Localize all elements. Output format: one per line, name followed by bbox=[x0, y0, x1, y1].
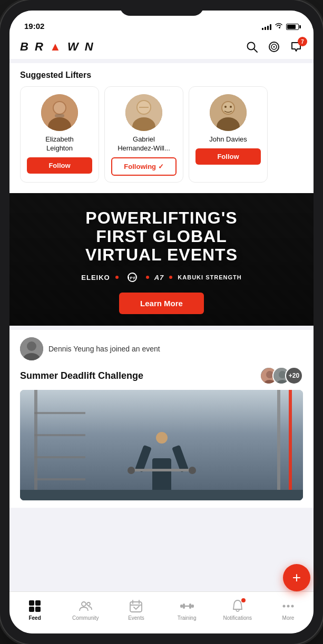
following-button-gabriel[interactable]: Following ✓ bbox=[111, 157, 177, 176]
lifter-name-gabriel: GabrielHernandez-Will... bbox=[118, 135, 170, 153]
notch bbox=[120, 0, 204, 16]
status-time: 19:02 bbox=[24, 22, 44, 31]
brand-logo: B R ▲ W N bbox=[20, 40, 95, 54]
app-content: B R ▲ W N bbox=[9, 34, 314, 591]
rack-bar-3 bbox=[34, 456, 85, 458]
svg-point-24 bbox=[27, 341, 36, 351]
tab-events[interactable]: Events bbox=[111, 599, 161, 621]
svg-rect-35 bbox=[35, 607, 41, 612]
feed-event-row: Summer Deadlift Challenge bbox=[20, 367, 303, 385]
lifter-card-john[interactable]: John Davies Follow bbox=[189, 86, 268, 183]
banner-sponsors: ELEIKO IPF A7 KABUKI STRENGTH bbox=[20, 273, 303, 282]
tab-notifications-label: Notifications bbox=[223, 615, 252, 621]
messages-button[interactable]: 7 bbox=[289, 40, 303, 54]
svg-rect-34 bbox=[29, 607, 34, 612]
rack-right bbox=[277, 390, 280, 500]
tab-bar: Feed Community bbox=[9, 591, 314, 633]
notifications-icon bbox=[231, 599, 244, 613]
rack-bar-2 bbox=[34, 434, 85, 436]
svg-rect-38 bbox=[130, 602, 142, 612]
sponsor-dot-1 bbox=[115, 276, 119, 279]
avatar-dennis bbox=[20, 337, 43, 360]
svg-rect-46 bbox=[189, 603, 191, 609]
banner-content: POWERLIFTING'S FIRST GLOBAL VIRTUAL EVEN… bbox=[20, 209, 303, 315]
svg-point-48 bbox=[287, 605, 289, 608]
feed-activity-text: Dennis Yeung has joined an event bbox=[48, 345, 160, 353]
svg-rect-43 bbox=[180, 605, 183, 608]
signal-icon bbox=[262, 24, 271, 30]
rack-bar-1 bbox=[34, 412, 85, 414]
svg-rect-9 bbox=[55, 114, 64, 117]
tab-feed-label: Feed bbox=[28, 615, 41, 621]
avatar-gabriel bbox=[125, 94, 162, 131]
feed-item: Dennis Yeung has joined an event Summer … bbox=[9, 330, 314, 508]
svg-point-36 bbox=[82, 602, 86, 606]
tab-feed[interactable]: Feed bbox=[9, 599, 60, 621]
svg-point-37 bbox=[87, 602, 90, 606]
banner-title: POWERLIFTING'S FIRST GLOBAL VIRTUAL EVEN… bbox=[20, 209, 303, 265]
tab-community-label: Community bbox=[72, 615, 99, 621]
svg-rect-45 bbox=[183, 603, 185, 609]
gym-floor bbox=[20, 490, 303, 500]
sponsor-eleiko: ELEIKO bbox=[81, 274, 110, 281]
sponsor-dot-2 bbox=[146, 276, 149, 279]
lifter-name-elizabeth: ElizabethLeighton bbox=[45, 135, 73, 153]
more-icon bbox=[281, 599, 295, 613]
svg-rect-44 bbox=[191, 605, 194, 608]
phone-screen: 19:02 bbox=[9, 11, 314, 633]
svg-rect-32 bbox=[29, 600, 34, 606]
svg-point-47 bbox=[282, 605, 285, 608]
suggested-lifters-section: Suggested Lifters bbox=[9, 63, 314, 193]
notification-dot bbox=[241, 598, 246, 602]
follow-button-john[interactable]: Follow bbox=[195, 148, 261, 165]
svg-line-1 bbox=[254, 49, 257, 52]
community-icon bbox=[79, 599, 92, 613]
app-header: B R ▲ W N bbox=[9, 34, 314, 59]
lifters-scroll[interactable]: ElizabethLeighton Follow bbox=[20, 86, 303, 185]
banner-section: POWERLIFTING'S FIRST GLOBAL VIRTUAL EVEN… bbox=[9, 193, 314, 326]
events-icon bbox=[129, 599, 143, 613]
lifter-name-john: John Davies bbox=[209, 135, 247, 144]
status-icons bbox=[262, 23, 299, 31]
tab-training-label: Training bbox=[178, 615, 197, 621]
avatar-elizabeth bbox=[41, 94, 78, 131]
tab-community[interactable]: Community bbox=[60, 599, 111, 621]
section-title: Suggested Lifters bbox=[20, 71, 303, 80]
red-accent-bar bbox=[289, 390, 292, 500]
avatar-john bbox=[210, 94, 247, 131]
learn-more-button[interactable]: Learn More bbox=[119, 293, 204, 314]
participant-count: +20 bbox=[285, 367, 303, 385]
wifi-icon bbox=[275, 23, 283, 31]
tab-more[interactable]: More bbox=[263, 599, 314, 621]
svg-point-19 bbox=[224, 106, 227, 108]
lifter-card-gabriel[interactable]: GabrielHernandez-Will... Following ✓ bbox=[104, 86, 183, 183]
fab-button[interactable]: + bbox=[283, 564, 310, 591]
target-button[interactable] bbox=[267, 40, 281, 54]
lifter-card-elizabeth[interactable]: ElizabethLeighton Follow bbox=[20, 86, 99, 183]
header-icons: 7 bbox=[245, 40, 303, 54]
svg-rect-33 bbox=[35, 600, 41, 606]
tab-notifications[interactable]: Notifications bbox=[212, 599, 263, 621]
tab-events-label: Events bbox=[128, 615, 144, 621]
feed-event-image[interactable] bbox=[20, 390, 303, 500]
gym-scene bbox=[20, 390, 303, 500]
sponsor-ipf: IPF bbox=[124, 273, 141, 282]
svg-point-49 bbox=[291, 605, 293, 608]
svg-point-8 bbox=[54, 102, 65, 114]
sponsor-dot-3 bbox=[169, 276, 172, 279]
rack-left bbox=[34, 390, 37, 500]
sponsor-a7: A7 bbox=[154, 274, 164, 281]
search-button[interactable] bbox=[245, 40, 259, 54]
participants-row: +20 bbox=[260, 367, 303, 385]
svg-point-18 bbox=[222, 102, 234, 114]
tab-more-label: More bbox=[282, 615, 295, 621]
feed-activity: Dennis Yeung has joined an event bbox=[20, 337, 303, 360]
follow-button-elizabeth[interactable]: Follow bbox=[27, 157, 92, 174]
message-badge: 7 bbox=[298, 37, 307, 46]
svg-point-20 bbox=[230, 106, 232, 108]
svg-point-4 bbox=[273, 46, 275, 48]
phone-device: 19:02 bbox=[0, 0, 323, 644]
feed-event-title: Summer Deadlift Challenge bbox=[20, 370, 143, 381]
tab-training[interactable]: Training bbox=[162, 599, 212, 621]
battery-icon bbox=[286, 24, 299, 30]
